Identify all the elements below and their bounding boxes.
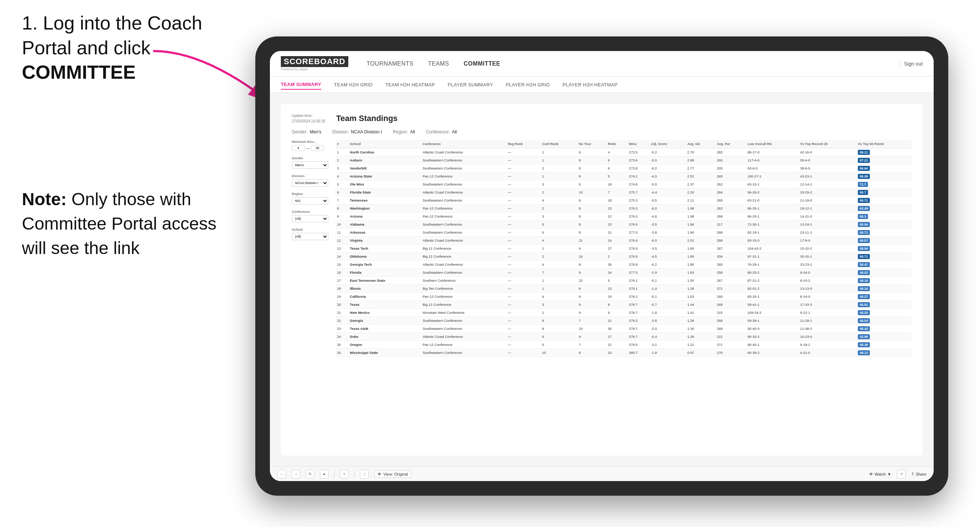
cell-rnds: 27 [606, 333, 627, 341]
sub-nav-player-h2h-grid[interactable]: PLAYER H2H GRID [506, 80, 550, 89]
watch-chevron: ▼ [887, 472, 891, 476]
cell-rnds: 23 [606, 205, 627, 213]
sidebar-conference-label: Conference [292, 210, 328, 214]
table-row: 14 Oklahoma Big 12 Conference — 2 24 2 2… [336, 252, 912, 260]
cell-adj-score: -5.0 [649, 180, 686, 189]
sub-nav-player-h2h-heatmap[interactable]: PLAYER H2H HEATMAP [562, 80, 617, 89]
toolbar-forward-btn[interactable]: → [291, 470, 300, 479]
cell-conf-rank: 3 [541, 180, 578, 189]
cell-conference: Southeastern Conference [421, 221, 507, 229]
toolbar-expand-btn[interactable]: ↗ [897, 470, 905, 479]
col-avg-par: Avg. Par [716, 140, 746, 148]
cell-no-tour: 8 [578, 229, 606, 237]
cell-adj-score: -6.2 [649, 164, 686, 172]
sidebar-division-select[interactable]: NCAA Division I [292, 179, 328, 187]
cell-avg-sg: 2.01 [686, 237, 715, 244]
nav-committee[interactable]: COMMITTEE [463, 59, 500, 69]
cell-no-tour: 8 [578, 260, 606, 268]
cell-school: Duke [348, 333, 421, 341]
cell-vs-top: 13-13-0 [799, 285, 856, 293]
cell-avg-par: 221 [716, 333, 746, 341]
sidebar-gender-select[interactable]: Men's [292, 162, 328, 169]
cell-conf-rank: 1 [541, 156, 578, 164]
cell-points: 42.98 [856, 333, 912, 341]
table-row: 9 Arizona Pac-12 Conference — 3 8 22 276… [336, 213, 912, 221]
cell-conf-rank: 2 [541, 205, 578, 213]
cell-points: 48.27 [856, 293, 912, 301]
sub-nav-team-summary[interactable]: TEAM SUMMARY [281, 80, 321, 90]
toolbar-back-btn[interactable]: ← [277, 470, 286, 479]
toolbar-view-original-btn[interactable]: 👁 View: Original [374, 470, 411, 478]
cell-points: 48.38 [856, 341, 912, 349]
nav-tournaments[interactable]: TOURNAMENTS [366, 59, 414, 69]
cell-avg-sg: 1.28 [686, 285, 715, 293]
cell-avg-sg: 1.39 [686, 333, 715, 341]
cell-conference: Big 12 Conference [421, 244, 507, 252]
cell-conf-rank: 4 [541, 197, 578, 205]
col-wins: Wins [627, 140, 649, 148]
cell-adj-score: -3.1 [649, 341, 686, 349]
cell-conference: Pac-12 Conference [421, 293, 507, 301]
cell-low: 90-33-2 [746, 333, 799, 341]
toolbar-refresh-btn[interactable]: ↻ [305, 470, 314, 479]
cell-rnds: 22 [606, 213, 627, 221]
cell-no-tour: 6 [578, 180, 606, 189]
cell-school: Illinois [348, 285, 421, 293]
cell-vs-top: 17-9-0 [799, 237, 856, 244]
cell-conf-rank: 1 [541, 244, 578, 252]
cell-avg-sg: 1.30 [686, 325, 715, 333]
cell-rank: 7 [336, 197, 348, 205]
cell-conference: Pac-12 Conference [421, 341, 507, 349]
filter-group-conference: Conference (All) [292, 210, 328, 222]
cell-rnds: 9 [606, 309, 627, 317]
sidebar-school-select[interactable]: (All) [292, 233, 328, 240]
cell-school: Alabama [348, 221, 421, 229]
sub-nav-team-h2h-grid[interactable]: TEAM H2H GRID [334, 80, 373, 89]
cell-adj-score: -5.1 [649, 277, 686, 285]
min-rounds-from-input[interactable] [292, 145, 305, 151]
cell-reg-rank: — [506, 180, 541, 189]
toolbar-sep-1 [334, 470, 334, 478]
cell-avg-sg: 1.85 [686, 260, 715, 268]
cell-conf-rank: 9 [541, 325, 578, 333]
cell-school: Florida State [348, 189, 421, 197]
cell-rank: 13 [336, 244, 348, 252]
cell-avg-par: 258 [716, 268, 746, 277]
cell-avg-par: 209 [716, 252, 746, 260]
cell-conf-rank: 4 [541, 260, 578, 268]
cell-no-tour: 24 [578, 252, 606, 260]
cell-reg-rank: — [506, 244, 541, 252]
cell-low: 82-18-1 [746, 229, 799, 237]
filter-gender: Gender: Men's [292, 129, 321, 135]
sub-nav-team-h2h-heatmap[interactable]: TEAM H2H HEATMAP [385, 80, 435, 89]
toolbar-zoom-btn[interactable]: + [340, 470, 349, 479]
cell-conference: Southeastern Conference [421, 268, 507, 277]
cell-wins: 279.1 [627, 285, 649, 293]
toolbar-watch-btn[interactable]: 👁 Watch ▼ [869, 472, 891, 476]
toolbar-clock-btn[interactable]: ◌ [360, 470, 369, 479]
cell-no-tour: 9 [578, 156, 606, 164]
cell-wins: 277.5 [627, 268, 649, 277]
sidebar-region-select[interactable]: N/A [292, 197, 328, 205]
table-row: 12 Virginia Atlantic Coast Conference — … [336, 237, 912, 244]
sub-nav-player-summary[interactable]: PLAYER SUMMARY [448, 80, 493, 89]
sign-out-button[interactable]: Sign out [904, 61, 923, 67]
cell-points: 48.13 [856, 349, 912, 357]
cell-wins: 276.3 [627, 205, 649, 213]
toolbar-share-btn[interactable]: ⇧ Share [911, 471, 926, 476]
toolbar-home-btn[interactable]: ● [320, 470, 329, 479]
min-rounds-to-input[interactable] [311, 145, 324, 151]
sidebar-conference-select[interactable]: (All) [292, 215, 328, 222]
main-content: Update time: 27/03/2024 16:56:26 Team St… [270, 93, 934, 467]
cell-adj-score: -0.4 [649, 333, 686, 341]
sidebar-division-label: Division [292, 174, 328, 178]
cell-points: 86.08 [856, 172, 912, 180]
cell-school: Oklahoma [348, 252, 421, 260]
bottom-toolbar: ← → ↻ ● + ◌ 👁 View: Original 👁 Watch ▼ ↗ [270, 467, 934, 481]
cell-low: 92-40-3 [746, 325, 799, 333]
cell-conference: Atlantic Coast Conference [421, 189, 507, 197]
cell-avg-par: 271 [716, 285, 746, 293]
tablet-device: SCOREBOARD Powered by clippd TOURNAMENTS… [255, 37, 948, 496]
cell-avg-par: 215 [716, 309, 746, 317]
nav-teams[interactable]: TEAMS [428, 59, 449, 69]
